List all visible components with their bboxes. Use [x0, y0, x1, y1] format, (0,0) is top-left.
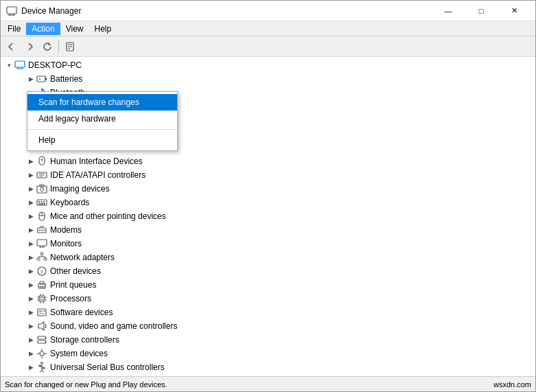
expand-hid[interactable]: ▶ [25, 156, 36, 167]
menu-file[interactable]: File [2, 23, 26, 35]
menu-help[interactable]: Help [89, 23, 117, 35]
expand-usb[interactable]: ▶ [25, 362, 36, 373]
list-item[interactable]: ▶ [1, 292, 535, 305]
svg-rect-42 [41, 201, 43, 203]
mouse-icon [36, 211, 47, 222]
network-icon [36, 252, 47, 263]
expand-imaging[interactable]: ▶ [25, 183, 36, 194]
properties-button[interactable] [62, 38, 78, 55]
svg-line-102 [40, 371, 42, 372]
list-item[interactable]: ▶ ? Other devices [1, 264, 535, 278]
expand-monitors[interactable]: ▶ [25, 238, 36, 249]
status-text-left: Scan for changed or new Plug and Play de… [5, 380, 167, 389]
toolbar-separator [58, 41, 59, 53]
back-button[interactable] [3, 38, 20, 55]
software-icon [36, 307, 47, 318]
list-item[interactable]: ▶ Software devices [1, 305, 535, 319]
list-item[interactable]: ▶ Monitors [1, 237, 535, 251]
svg-point-52 [41, 230, 43, 231]
hid-icon [36, 156, 47, 167]
expand-system[interactable]: ▶ [25, 348, 36, 359]
label-software: Software devices [50, 308, 113, 317]
list-item[interactable]: ▶ Sound, video and game controllers [1, 319, 535, 333]
list-item[interactable]: ▶ Batteries [1, 72, 535, 86]
sound-icon [36, 321, 47, 332]
label-monitors: Monitors [50, 239, 82, 249]
expand-keyboards[interactable]: ▶ [25, 197, 36, 208]
list-item[interactable]: ▶ Print queues [1, 278, 535, 292]
svg-point-89 [45, 337, 46, 338]
svg-point-38 [40, 188, 44, 192]
list-item[interactable]: ▶ Storage controllers [1, 333, 535, 347]
expand-mice[interactable]: ▶ [25, 211, 36, 222]
menu-action[interactable]: Action [26, 23, 60, 35]
title-bar: Device Manager — □ ✕ [1, 1, 535, 21]
svg-rect-8 [15, 61, 25, 67]
maximize-button[interactable]: □ [465, 1, 497, 21]
refresh-button[interactable] [39, 38, 56, 55]
action-dropdown-menu: Scan for hardware changes Add legacy har… [27, 91, 178, 151]
label-system: System devices [50, 349, 108, 358]
main-content: ▾ DESKTOP-PC ▶ [1, 57, 535, 376]
close-button[interactable]: ✕ [498, 1, 530, 21]
label-batteries: Batteries [50, 74, 82, 84]
svg-rect-0 [7, 7, 16, 14]
label-sound: Sound, video and game controllers [50, 321, 177, 331]
svg-rect-60 [37, 258, 40, 260]
refresh-icon [43, 42, 52, 51]
expand-network[interactable]: ▶ [25, 252, 36, 263]
menu-bar: File Action View Help [1, 21, 535, 36]
expand-software[interactable]: ▶ [25, 307, 36, 318]
forward-button[interactable] [21, 38, 38, 55]
svg-point-53 [43, 230, 45, 231]
expand-storage[interactable]: ▶ [25, 334, 36, 345]
list-item[interactable]: ▶ System devices [1, 347, 535, 360]
svg-point-71 [44, 284, 45, 286]
monitor-icon [36, 238, 47, 249]
expand-sound[interactable]: ▶ [25, 321, 36, 332]
expand-processors[interactable]: ▶ [25, 293, 36, 304]
menu-item-scan[interactable]: Scan for hardware changes [27, 94, 177, 111]
list-item[interactable]: ▶ Network adapters [1, 251, 535, 264]
imaging-icon [36, 183, 47, 194]
label-processors: Processors [50, 294, 91, 303]
usb-icon [36, 362, 47, 373]
tree-expand-root[interactable]: ▾ [3, 60, 14, 71]
forward-icon [25, 42, 34, 51]
label-ide: IDE ATA/ATAPI controllers [50, 170, 145, 180]
label-keyboards: Keyboards [50, 198, 89, 207]
tree-root-item[interactable]: ▾ DESKTOP-PC [1, 58, 535, 72]
status-text-right: wsxdn.com [493, 380, 531, 389]
menu-item-help[interactable]: Help [27, 132, 177, 148]
list-item[interactable]: ▶ Universal Serial Bus [1, 360, 535, 374]
batteries-icon [36, 73, 47, 84]
list-item[interactable]: ▶ Modems [1, 223, 535, 237]
list-item[interactable]: ▶ Mice and other pointing devices [1, 209, 535, 223]
device-manager-window: Device Manager — □ ✕ File Action View He… [0, 0, 536, 392]
expand-ide[interactable]: ▶ [25, 170, 36, 181]
properties-icon [65, 42, 75, 51]
label-print: Print queues [50, 280, 96, 290]
dropdown-separator [27, 129, 177, 130]
list-item[interactable]: ▶ Human Interface Devices [1, 154, 535, 168]
expand-other[interactable]: ▶ [25, 266, 36, 277]
label-storage: Storage controllers [50, 335, 119, 345]
svg-rect-44 [38, 203, 40, 205]
window: Device Manager — □ ✕ File Action View He… [0, 0, 536, 392]
label-hid: Human Interface Devices [50, 157, 143, 166]
list-item[interactable]: ▶ Imaging devices [1, 182, 535, 196]
expand-batteries[interactable]: ▶ [25, 73, 36, 84]
minimize-button[interactable]: — [432, 1, 464, 21]
menu-view[interactable]: View [60, 23, 89, 35]
expand-print[interactable]: ▶ [25, 279, 36, 290]
list-item[interactable]: ▶ Keyboards [1, 196, 535, 209]
svg-rect-41 [38, 201, 40, 203]
expand-modems[interactable]: ▶ [25, 224, 36, 235]
list-item[interactable]: ▶ IDE ATA/ATAPI controllers [1, 168, 535, 182]
svg-rect-72 [39, 296, 45, 301]
svg-rect-13 [45, 78, 47, 80]
svg-rect-88 [38, 341, 46, 343]
other-icon: ? [36, 266, 47, 277]
svg-rect-55 [37, 240, 47, 246]
menu-item-legacy[interactable]: Add legacy hardware [27, 111, 177, 127]
